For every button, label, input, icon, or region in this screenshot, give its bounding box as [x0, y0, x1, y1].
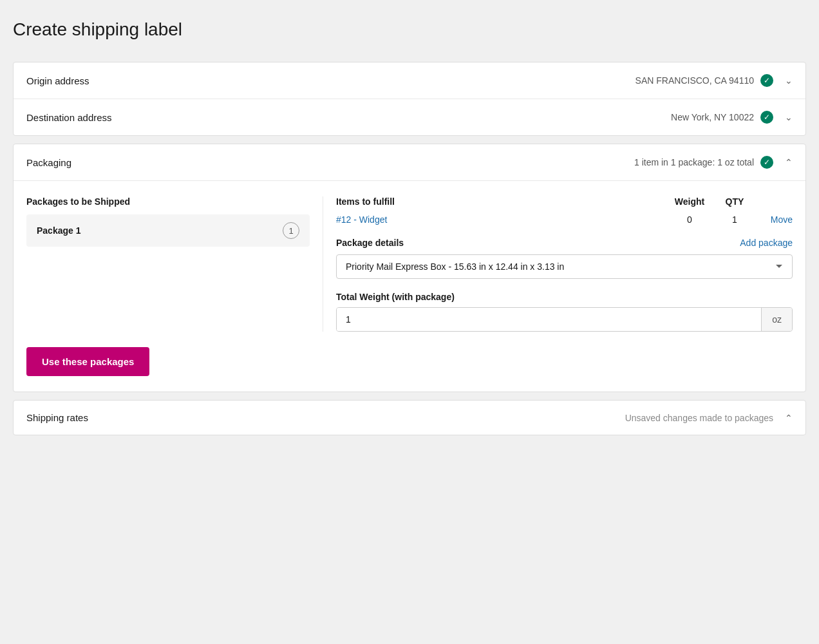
packaging-card: Packaging 1 item in 1 package: 1 oz tota… — [13, 144, 806, 392]
origin-check-icon: ✓ — [760, 74, 773, 87]
package-type-select[interactable]: Priority Mail Express Box - 15.63 in x 1… — [336, 254, 793, 279]
package-1-label: Package 1 — [37, 225, 81, 236]
weight-input[interactable] — [337, 308, 761, 331]
item-name-link[interactable]: #12 - Widget — [336, 214, 664, 225]
item-row: #12 - Widget 0 1 Move — [336, 214, 793, 225]
package-details-label: Package details — [336, 238, 404, 248]
shipping-rates-card: Shipping rates Unsaved changes made to p… — [13, 400, 806, 435]
page-title: Create shipping label — [13, 13, 806, 46]
origin-address-label: Origin address — [26, 75, 89, 86]
total-weight-label: Total Weight (with package) — [336, 292, 793, 302]
items-weight-header: Weight — [664, 196, 715, 207]
packaging-label: Packaging — [26, 157, 71, 168]
packaging-check-icon: ✓ — [760, 156, 773, 169]
packaging-body: Packages to be Shipped Package 1 1 Items… — [14, 181, 805, 392]
add-package-button[interactable]: Add package — [740, 238, 793, 248]
destination-check-icon: ✓ — [760, 111, 773, 124]
use-packages-button[interactable]: Use these packages — [26, 347, 149, 376]
unsaved-changes-text: Unsaved changes made to packages — [625, 413, 773, 423]
origin-address-row[interactable]: Origin address SAN FRANCISCO, CA 94110 ✓… — [14, 62, 805, 99]
items-header-row: Items to fulfill Weight QTY — [336, 196, 793, 207]
shipping-rates-chevron-up-icon: ⌃ — [785, 413, 793, 423]
packages-col-header: Packages to be Shipped — [26, 196, 310, 207]
package-1-item[interactable]: Package 1 1 — [26, 214, 310, 247]
items-fulfill-header: Items to fulfill — [336, 196, 664, 207]
items-qty-header: QTY — [715, 196, 754, 207]
packaging-chevron-up-icon: ⌃ — [785, 157, 793, 167]
origin-address-value: SAN FRANCISCO, CA 94110 — [635, 75, 754, 86]
weight-section: Total Weight (with package) oz — [336, 292, 793, 332]
item-qty-value: 1 — [715, 214, 754, 225]
item-move-button[interactable]: Move — [754, 214, 793, 225]
destination-address-right: New York, NY 10022 ✓ ⌄ — [671, 111, 793, 124]
packages-left-col: Packages to be Shipped Package 1 1 — [26, 196, 323, 332]
package-details-header: Package details Add package — [336, 238, 793, 248]
shipping-rates-label: Shipping rates — [26, 412, 88, 423]
destination-address-value: New York, NY 10022 — [671, 112, 754, 122]
origin-chevron-down-icon: ⌄ — [785, 75, 793, 86]
package-details-section: Package details Add package Priority Mai… — [336, 238, 793, 279]
item-weight-value: 0 — [664, 214, 715, 225]
package-1-badge: 1 — [283, 222, 299, 239]
packaging-header-right: 1 item in 1 package: 1 oz total ✓ ⌃ — [634, 156, 793, 169]
destination-address-row[interactable]: Destination address New York, NY 10022 ✓… — [14, 99, 805, 135]
destination-address-label: Destination address — [26, 112, 112, 123]
packaging-header[interactable]: Packaging 1 item in 1 package: 1 oz tota… — [14, 144, 805, 181]
weight-unit: oz — [761, 308, 792, 331]
packages-right-col: Items to fulfill Weight QTY #12 - Widget… — [323, 196, 793, 332]
packaging-summary: 1 item in 1 package: 1 oz total — [634, 157, 754, 167]
packages-grid: Packages to be Shipped Package 1 1 Items… — [26, 196, 793, 332]
origin-address-card: Origin address SAN FRANCISCO, CA 94110 ✓… — [13, 62, 806, 136]
shipping-rates-header[interactable]: Shipping rates Unsaved changes made to p… — [14, 401, 805, 435]
origin-address-right: SAN FRANCISCO, CA 94110 ✓ ⌄ — [635, 74, 793, 87]
page-container: Create shipping label Origin address SAN… — [13, 13, 806, 435]
weight-input-row: oz — [336, 307, 793, 332]
destination-chevron-down-icon: ⌄ — [785, 112, 793, 122]
shipping-rates-right: Unsaved changes made to packages ⌃ — [625, 413, 793, 423]
